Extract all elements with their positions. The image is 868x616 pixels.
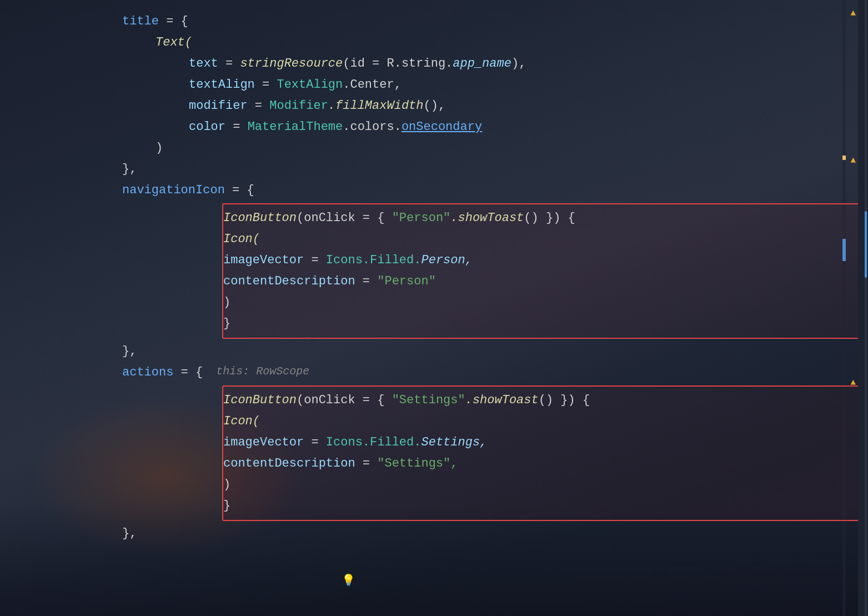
str-person: "Person" bbox=[392, 208, 451, 228]
red-box-actions: IconButton (onClick = { "Settings" .show… bbox=[222, 385, 868, 521]
method-showtoast1: .showToast bbox=[450, 208, 524, 228]
param-textalign: textAlign bbox=[189, 75, 255, 94]
box1-line-imagevector: imageVector = Icons.Filled. Person, bbox=[223, 250, 867, 271]
scrollbar-track bbox=[865, 0, 867, 616]
func-stringresource: stringResource bbox=[240, 54, 343, 73]
close-paren-icon1: ) bbox=[223, 293, 230, 312]
keyword-title: title bbox=[122, 12, 159, 31]
code-line-close-actions: }, bbox=[122, 523, 868, 544]
box2-line-imagevector: imageVector = Icons.Filled. Settings, bbox=[223, 432, 867, 453]
prop-center: .Center, bbox=[343, 75, 402, 94]
func-icon2: Icon( bbox=[223, 412, 260, 431]
op-eq4: = bbox=[225, 117, 248, 137]
code-line-navicon: navigationIcon = { bbox=[122, 180, 868, 201]
code-line-textalign: textAlign = TextAlign .Center, bbox=[122, 74, 868, 96]
keyword-actions: actions bbox=[122, 363, 173, 382]
lightbulb-icon[interactable]: 💡 bbox=[342, 573, 355, 587]
prop-settings: Settings, bbox=[421, 433, 487, 452]
op-imagevector2: = bbox=[304, 433, 326, 452]
op-contentdesc1: = bbox=[355, 272, 378, 291]
box2-line-icon: Icon( bbox=[223, 411, 867, 432]
func-fillmaxwidth: .fillMaxWidth bbox=[328, 96, 424, 116]
code-editor: title = { Text( text = stringResource (i… bbox=[0, 0, 868, 616]
box1-line-close-icon: ) bbox=[223, 292, 867, 313]
box2-line-contentdesc: contentDescription = "Settings", bbox=[223, 453, 867, 474]
close-paren-icon2: ) bbox=[223, 475, 230, 494]
close-brace-icon1: } bbox=[223, 314, 230, 333]
args-id: (id = R.string. bbox=[343, 54, 453, 73]
prop-onsecondary: onSecondary bbox=[402, 117, 482, 137]
op-eq3: = bbox=[248, 96, 270, 116]
op-navicon: = { bbox=[225, 181, 254, 200]
scrollbar[interactable] bbox=[858, 0, 868, 616]
close-paren-text: ) bbox=[155, 138, 163, 158]
code-line-color: color = MaterialTheme .colors. onSeconda… bbox=[122, 117, 868, 138]
func-text: Text( bbox=[155, 33, 192, 52]
box1-line-icon: Icon( bbox=[223, 229, 867, 250]
box1-line-close-iconbutton: } bbox=[223, 313, 867, 334]
prop-colors: .colors. bbox=[343, 117, 402, 137]
end-iconbutton1: () }) { bbox=[524, 208, 575, 228]
box2-line-iconbutton: IconButton (onClick = { "Settings" .show… bbox=[223, 390, 867, 411]
str-person-desc: "Person" bbox=[377, 272, 436, 291]
class-modifier: Modifier bbox=[269, 96, 328, 116]
param-imagevector1: imageVector bbox=[223, 251, 304, 270]
prop-app-name: app_name bbox=[453, 54, 511, 73]
code-line-close-navicon: }, bbox=[122, 341, 868, 362]
op-eq2: = bbox=[255, 75, 277, 94]
method-showtoast2: .showToast bbox=[465, 390, 539, 410]
code-line-close-text: ) bbox=[122, 138, 868, 159]
code-line-text-param: text = stringResource (id = R.string. ap… bbox=[122, 53, 868, 74]
box1-line-contentdesc: contentDescription = "Person" bbox=[223, 271, 867, 292]
close-brace-actions: }, bbox=[122, 524, 137, 543]
code-line-close-title: }, bbox=[122, 159, 868, 180]
close-brace-icon2: } bbox=[223, 496, 230, 515]
param-imagevector2: imageVector bbox=[223, 433, 304, 452]
op-actions: = { bbox=[173, 363, 203, 382]
op-onclick1: (onClick = { bbox=[297, 208, 392, 228]
end-modifier: (), bbox=[424, 96, 446, 116]
class-materialtheme: MaterialTheme bbox=[248, 117, 343, 137]
scrollbar-thumb[interactable] bbox=[865, 211, 867, 278]
box2-line-close-iconbutton: } bbox=[223, 495, 867, 517]
box2-line-close-icon: ) bbox=[223, 474, 867, 495]
op-title: = { bbox=[159, 12, 188, 31]
end-iconbutton2: () }) { bbox=[539, 390, 590, 410]
op-eq1: = bbox=[218, 54, 240, 73]
end-stringresource: ), bbox=[511, 54, 526, 73]
func-iconbutton1: IconButton bbox=[223, 208, 297, 228]
param-modifier: modifier bbox=[189, 96, 248, 116]
code-line-actions: actions = { this: RowScope bbox=[122, 362, 868, 383]
op-imagevector1: = bbox=[304, 251, 326, 270]
keyword-navicon: navigationIcon bbox=[122, 181, 225, 200]
str-settings: "Settings" bbox=[392, 390, 465, 410]
close-brace-navicon: }, bbox=[122, 342, 137, 361]
param-color: color bbox=[189, 117, 225, 137]
close-brace-title: }, bbox=[122, 159, 137, 179]
code-line-title: title = { bbox=[122, 11, 868, 32]
prop-person: Person, bbox=[421, 251, 472, 270]
func-iconbutton2: IconButton bbox=[223, 390, 297, 410]
class-icons2: Icons.Filled. bbox=[326, 433, 422, 452]
op-contentdesc2: = bbox=[355, 454, 378, 473]
str-settings-desc: "Settings", bbox=[377, 454, 458, 473]
red-box-navicon: IconButton (onClick = { "Person" .showTo… bbox=[222, 203, 868, 339]
box1-line-iconbutton: IconButton (onClick = { "Person" .showTo… bbox=[223, 208, 867, 229]
code-line-text: Text( bbox=[122, 32, 868, 53]
param-contentdesc1: contentDescription bbox=[223, 272, 355, 291]
param-text: text bbox=[189, 54, 218, 73]
comment-rowscope: this: RowScope bbox=[203, 363, 309, 380]
op-onclick2: (onClick = { bbox=[297, 390, 392, 410]
class-icons1: Icons.Filled. bbox=[326, 251, 422, 270]
param-contentdesc2: contentDescription bbox=[223, 454, 355, 473]
code-line-modifier: modifier = Modifier .fillMaxWidth (), bbox=[122, 96, 868, 117]
class-textalign: TextAlign bbox=[277, 75, 343, 94]
func-icon1: Icon( bbox=[223, 229, 260, 249]
